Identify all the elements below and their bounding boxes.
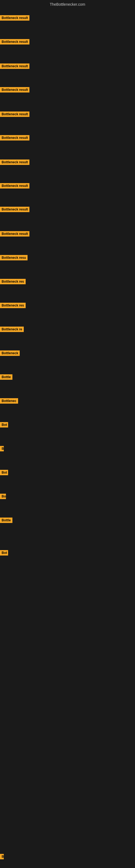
- bottleneck-badge-6: Bottleneck result: [0, 135, 30, 141]
- bottleneck-badge-2: Bottleneck result: [0, 39, 30, 44]
- bottleneck-badge-19: B: [0, 446, 4, 452]
- bottleneck-badge-20: Bot: [0, 470, 8, 475]
- bottleneck-badge-7: Bottleneck result: [0, 159, 30, 165]
- text-cursor: [0, 854, 1, 859]
- bottleneck-badge-18: Bot: [0, 422, 8, 428]
- bottleneck-badge-9: Bottleneck result: [0, 207, 30, 212]
- bottleneck-badge-8: Bottleneck result: [0, 183, 30, 188]
- bottleneck-badge-12: Bottleneck res: [0, 279, 26, 284]
- bottleneck-badge-14: Bottleneck re: [0, 327, 24, 332]
- site-title: TheBottlenecker.com: [0, 0, 135, 9]
- bottleneck-badge-11: Bottleneck resu: [0, 255, 28, 260]
- bottleneck-badge-5: Bottleneck result: [0, 112, 30, 117]
- bottleneck-badge-23: Bot: [0, 550, 8, 556]
- bottleneck-badge-15: Bottleneck: [0, 350, 20, 356]
- bottleneck-badge-3: Bottleneck result: [0, 63, 30, 69]
- bottleneck-badge-21: Bo: [0, 494, 6, 499]
- bottleneck-badge-16: Bottle: [0, 374, 12, 380]
- bottleneck-badge-4: Bottleneck result: [0, 87, 30, 93]
- bottleneck-badge-13: Bottleneck res: [0, 303, 26, 308]
- bottleneck-badge-10: Bottleneck result: [0, 231, 30, 237]
- bottleneck-badge-22: Bottle: [0, 518, 12, 523]
- bottleneck-badge-1: Bottleneck result: [0, 15, 30, 21]
- bottleneck-badge-17: Bottlenec: [0, 398, 18, 404]
